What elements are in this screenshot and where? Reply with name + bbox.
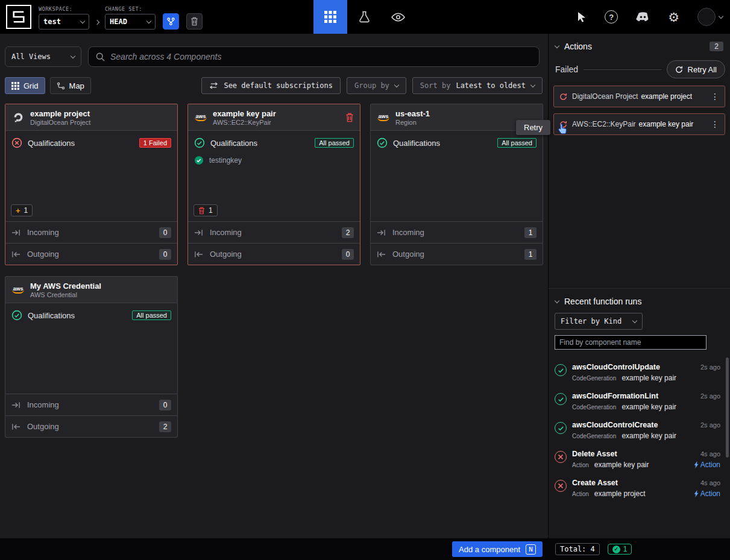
cursor-mode-icon[interactable] xyxy=(577,11,587,22)
failed-group-label: Failed xyxy=(555,64,578,74)
run-component: example key pair xyxy=(621,432,676,440)
outgoing-count: 0 xyxy=(342,249,354,260)
outgoing-icon xyxy=(11,251,20,258)
audit-tab[interactable] xyxy=(381,0,415,34)
sort-by-dropdown[interactable]: Sort by Latest to oldest xyxy=(412,77,543,94)
user-menu[interactable] xyxy=(697,8,723,26)
run-kind: CodeGeneration xyxy=(572,375,616,382)
diff-count: 1 xyxy=(24,206,28,215)
incoming-row[interactable]: Incoming 2 xyxy=(188,221,360,243)
passed-count-badge[interactable]: ✓ 1 xyxy=(608,544,632,555)
qualifications-row[interactable]: Qualifications All passed xyxy=(188,131,360,152)
run-title: awsCloudControlUpdate xyxy=(572,363,660,371)
kebab-menu-icon[interactable]: ⋮ xyxy=(711,92,719,101)
grid-view-tab[interactable] xyxy=(313,0,347,34)
changeset-dropdown[interactable]: HEAD xyxy=(105,14,156,30)
qualifications-row[interactable]: Qualifications 1 Failed xyxy=(5,131,177,152)
discord-icon[interactable] xyxy=(636,11,650,22)
chevron-down-icon xyxy=(555,298,559,303)
incoming-icon xyxy=(194,229,203,236)
qualifications-row[interactable]: Qualifications All passed xyxy=(5,303,177,324)
workspace-dropdown[interactable]: test xyxy=(39,14,89,30)
run-title: awsCloudControlCreate xyxy=(572,421,658,429)
outgoing-count: 1 xyxy=(524,249,536,260)
outgoing-row[interactable]: Outgoing 0 xyxy=(5,243,177,265)
help-icon[interactable]: ? xyxy=(605,10,618,24)
trash-icon xyxy=(190,17,198,26)
function-run-item[interactable]: awsCloudControlCreate 2s ago CodeGenerat… xyxy=(549,416,730,445)
run-kind: Action xyxy=(572,462,589,468)
delete-component-icon[interactable] xyxy=(345,113,354,122)
component-card-header: example project DigitalOcean Project xyxy=(5,104,177,131)
incoming-row[interactable]: Incoming 0 xyxy=(5,221,177,243)
kebab-menu-icon[interactable]: ⋮ xyxy=(711,119,719,129)
diff-badge[interactable]: 1 xyxy=(194,204,218,216)
filter-by-kind-dropdown[interactable]: Filter by Kind xyxy=(555,313,643,330)
qualification-badge: All passed xyxy=(497,138,536,148)
default-subscriptions-button[interactable]: See default subscriptions xyxy=(201,77,341,94)
run-title: Create Asset xyxy=(572,479,618,487)
actions-count-badge: 2 xyxy=(710,42,723,51)
outgoing-count: 0 xyxy=(159,249,171,260)
app-logo[interactable] xyxy=(6,5,31,29)
action-item-label: AWS::EC2::KeyPair example key pair xyxy=(572,120,706,128)
incoming-count: 2 xyxy=(342,227,354,238)
diff-badge[interactable]: + 1 xyxy=(11,204,33,216)
incoming-count: 0 xyxy=(159,227,171,238)
component-name: us-east-1 xyxy=(395,109,430,118)
outgoing-row[interactable]: Outgoing 2 xyxy=(5,415,177,437)
function-run-item[interactable]: Create Asset 4s ago Action example proje… xyxy=(549,474,730,503)
map-toggle[interactable]: Map xyxy=(50,77,91,94)
group-by-dropdown[interactable]: Group by xyxy=(347,77,406,94)
function-run-item[interactable]: awsCloudFormationLint 2s ago CodeGenerat… xyxy=(549,387,730,416)
component-card[interactable]: aws My AWS Credential AWS Credential Qua… xyxy=(5,276,178,438)
diff-count: 1 xyxy=(209,206,213,215)
component-type: AWS Credential xyxy=(30,291,101,298)
retry-icon[interactable] xyxy=(559,93,567,101)
failed-action-item[interactable]: AWS::EC2::KeyPair example key pair ⋮ xyxy=(553,113,725,135)
scrollbar-thumb[interactable] xyxy=(726,357,729,458)
function-run-item[interactable]: Delete Asset 4s ago Action example key p… xyxy=(549,445,730,474)
settings-gear-icon[interactable]: ⚙ xyxy=(668,11,679,24)
add-component-button[interactable]: Add a component N xyxy=(452,541,543,557)
keyboard-shortcut-badge: N xyxy=(526,544,536,555)
failed-action-item[interactable]: DigitalOcean Project example project ⋮ xyxy=(553,86,725,107)
right-panel: Actions 2 Failed Retry All DigitalOcean … xyxy=(548,34,730,538)
outgoing-icon xyxy=(11,423,20,430)
retry-all-button[interactable]: Retry All xyxy=(667,60,725,78)
run-success-icon xyxy=(555,422,567,434)
swap-arrows-icon xyxy=(209,82,218,89)
find-component-input[interactable] xyxy=(555,335,706,350)
chevron-right-icon xyxy=(95,20,99,25)
run-kind: CodeGeneration xyxy=(572,404,616,411)
incoming-row[interactable]: Incoming 1 xyxy=(371,221,543,243)
lab-tab[interactable] xyxy=(347,0,381,34)
component-card[interactable]: aws example key pair AWS::EC2::KeyPair Q… xyxy=(187,104,360,265)
component-grid: example project DigitalOcean Project Qua… xyxy=(0,94,548,438)
run-time: 2s ago xyxy=(700,363,720,371)
avatar xyxy=(697,8,716,26)
check-circle-icon xyxy=(194,156,204,165)
outgoing-row[interactable]: Outgoing 1 xyxy=(371,243,543,265)
component-card[interactable]: example project DigitalOcean Project Qua… xyxy=(5,104,178,265)
run-success-icon xyxy=(555,393,567,405)
divider xyxy=(584,69,661,70)
outgoing-row[interactable]: Outgoing 0 xyxy=(188,243,360,265)
lightning-icon xyxy=(694,490,699,497)
actions-section-header[interactable]: Actions 2 xyxy=(549,34,730,57)
views-dropdown[interactable]: All Views xyxy=(5,46,81,67)
incoming-row[interactable]: Incoming 0 xyxy=(5,394,177,415)
grid-toggle[interactable]: Grid xyxy=(5,77,45,94)
search-input[interactable] xyxy=(110,52,532,61)
run-time: 4s ago xyxy=(700,450,720,458)
qualification-sub-item: testingkey xyxy=(188,152,360,169)
create-changeset-button[interactable] xyxy=(163,13,179,30)
workspace-mode-tabs xyxy=(313,0,415,34)
run-success-icon xyxy=(555,364,567,376)
run-title: awsCloudFormationLint xyxy=(572,392,658,400)
abandon-changeset-button[interactable] xyxy=(186,13,203,30)
diff-row: 1 xyxy=(188,202,360,221)
function-run-item[interactable]: awsCloudControlUpdate 2s ago CodeGenerat… xyxy=(549,358,730,387)
function-runs-header[interactable]: Recent function runs xyxy=(549,289,730,312)
run-failed-icon xyxy=(555,451,567,463)
